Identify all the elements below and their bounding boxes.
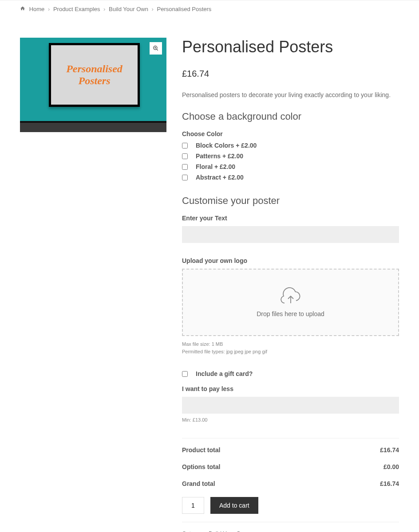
file-types-hint: Permitted file types: jpg jpeg jpe png g…	[182, 348, 399, 356]
poster-preview-text: Personalised Posters	[51, 63, 138, 87]
home-icon	[20, 6, 27, 12]
product-image[interactable]: Personalised Posters	[20, 38, 166, 132]
chevron-right-icon: ›	[103, 6, 105, 12]
max-file-hint: Max file size: 1 MB	[182, 340, 399, 348]
dropzone-text: Drop files here to upload	[257, 310, 324, 317]
page-title: Personalised Posters	[182, 38, 399, 56]
product-total-row: Product total £16.74	[182, 446, 399, 454]
pay-less-input[interactable]	[182, 397, 399, 414]
custom-text-input[interactable]	[182, 226, 399, 243]
divider	[182, 438, 399, 438]
breadcrumb-build-your-own[interactable]: Build Your Own	[109, 6, 148, 12]
product-description: Personalised posters to decorate your li…	[182, 91, 399, 98]
breadcrumb-home[interactable]: Home	[29, 6, 45, 12]
color-option-label: Abstract + £2.00	[196, 174, 244, 181]
category-meta: Category: Build Your Own	[182, 530, 399, 532]
color-option-label: Floral + £2.00	[196, 163, 235, 170]
svg-line-1	[157, 49, 158, 51]
breadcrumb-current: Personalised Posters	[157, 6, 212, 12]
pay-less-hint: Min: £13.00	[182, 416, 399, 424]
color-option-abstract[interactable]	[182, 175, 188, 180]
color-option-floral[interactable]	[182, 164, 188, 170]
add-to-cart-button[interactable]: Add to cart	[210, 497, 258, 514]
pay-less-label: I want to pay less	[182, 385, 399, 392]
color-option-patterns[interactable]	[182, 153, 188, 159]
divider	[182, 522, 399, 522]
chevron-right-icon: ›	[48, 6, 50, 12]
grand-total-row: Grand total £16.74	[182, 480, 399, 487]
quantity-input[interactable]	[182, 497, 204, 514]
bg-color-heading: Choose a background color	[182, 111, 399, 122]
choose-color-label: Choose Color	[182, 130, 399, 137]
color-option-label: Patterns + £2.00	[196, 153, 243, 160]
breadcrumb-product-examples[interactable]: Product Examples	[53, 6, 100, 12]
breadcrumb: Home › Product Examples › Build Your Own…	[0, 0, 419, 18]
color-option-label: Block Colors + £2.00	[196, 142, 257, 149]
category-link[interactable]: Build Your Own	[209, 530, 248, 532]
customise-heading: Customise your poster	[182, 195, 399, 207]
options-total-row: Options total £0.00	[182, 463, 399, 470]
zoom-icon[interactable]	[150, 42, 162, 55]
product-price: £16.74	[182, 69, 399, 79]
gift-card-label: Include a gift card?	[196, 370, 253, 377]
cloud-upload-icon	[280, 287, 301, 306]
enter-text-label: Enter your Text	[182, 215, 399, 222]
chevron-right-icon: ›	[152, 6, 154, 12]
gift-card-checkbox[interactable]	[182, 371, 188, 377]
color-option-block-colors[interactable]	[182, 143, 188, 149]
upload-logo-label: Upload your own logo	[182, 257, 399, 264]
file-dropzone[interactable]: Drop files here to upload	[182, 269, 399, 336]
